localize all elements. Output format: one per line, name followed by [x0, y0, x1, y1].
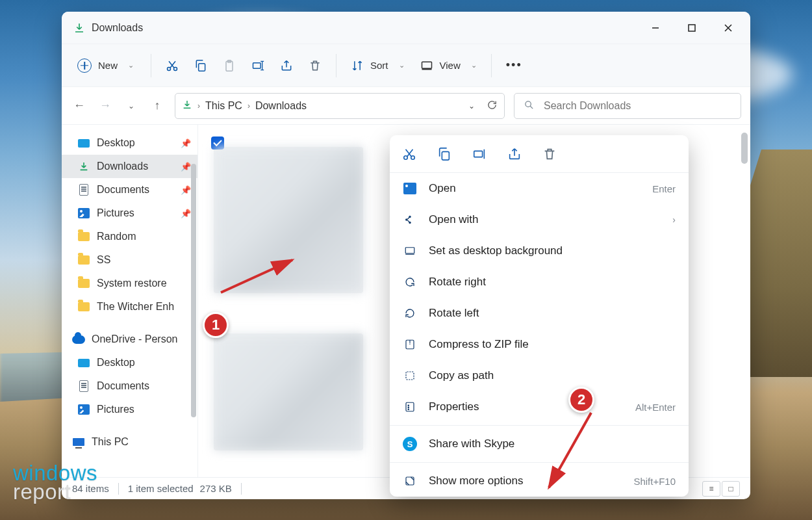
ctx-copy-path[interactable]: Copy as path — [390, 360, 689, 391]
svg-line-25 — [221, 260, 292, 292]
folder-icon — [78, 302, 90, 311]
sidebar-item-documents[interactable]: Documents📌 — [62, 178, 197, 202]
maximize-button[interactable] — [674, 12, 710, 44]
cut-icon[interactable] — [401, 146, 417, 162]
sort-label: Sort — [370, 60, 388, 71]
sidebar-item-label: Desktop — [97, 137, 135, 149]
status-selection: 1 item selected — [128, 483, 194, 494]
chevron-down-icon: ⌄ — [471, 61, 477, 70]
rotate-left-icon — [403, 306, 417, 320]
pictures-icon — [78, 208, 90, 218]
sidebar-item-label: Pictures — [97, 207, 134, 219]
ctx-rotate-left[interactable]: Rotate left — [390, 298, 689, 329]
image-icon — [403, 183, 416, 194]
paste-button[interactable] — [216, 53, 242, 79]
downloads-icon — [73, 22, 85, 34]
close-button[interactable] — [710, 12, 746, 44]
share-icon[interactable] — [507, 146, 522, 162]
breadcrumb-downloads[interactable]: Downloads — [255, 100, 307, 112]
file-thumbnail[interactable] — [214, 333, 363, 450]
recent-dropdown[interactable]: ⌄ — [123, 98, 140, 114]
content-scrollbar[interactable] — [741, 133, 748, 164]
downloads-icon — [182, 99, 192, 112]
svg-point-3 — [174, 67, 177, 70]
minimize-button[interactable] — [637, 12, 674, 44]
sidebar-item-label: The Witcher Enh — [97, 301, 174, 313]
pin-icon: 📌 — [181, 185, 191, 195]
sidebar-item-this-pc[interactable]: This PC — [62, 430, 197, 454]
sidebar-item-od-pictures[interactable]: Pictures — [62, 398, 197, 421]
sidebar-item-witcher[interactable]: The Witcher Enh — [62, 295, 197, 318]
svg-point-14 — [406, 219, 407, 220]
rotate-right-icon — [403, 275, 417, 289]
sidebar-item-onedrive[interactable]: OneDrive - Person — [62, 328, 197, 351]
address-dropdown[interactable]: ⌄ — [468, 101, 475, 110]
svg-rect-8 — [422, 62, 431, 68]
refresh-button[interactable] — [487, 99, 498, 112]
folder-icon — [78, 232, 90, 241]
sidebar-item-label: SS — [97, 254, 110, 266]
new-button[interactable]: New ⌄ — [68, 53, 143, 79]
ctx-rotate-right[interactable]: Rotate right — [390, 266, 689, 298]
copy-icon[interactable] — [437, 146, 452, 162]
ctx-open[interactable]: OpenEnter — [390, 173, 689, 204]
folder-icon — [78, 279, 90, 288]
back-button[interactable]: ← — [71, 98, 88, 114]
svg-point-9 — [526, 101, 531, 107]
rename-button[interactable] — [245, 53, 271, 79]
annotation-arrow-1 — [214, 254, 305, 299]
sidebar-item-od-documents[interactable]: Documents — [62, 374, 197, 398]
up-button[interactable]: ↑ — [149, 98, 166, 114]
document-icon — [79, 380, 88, 392]
ctx-open-with[interactable]: Open with› — [390, 204, 689, 235]
share-button[interactable] — [273, 53, 299, 79]
sidebar-item-od-desktop[interactable]: Desktop — [62, 351, 197, 374]
new-label: New — [98, 60, 118, 71]
sidebar-item-random[interactable]: Random — [62, 225, 197, 248]
thumbnails-view-button[interactable]: □ — [722, 481, 740, 497]
chevron-down-icon: ⌄ — [128, 61, 134, 70]
sidebar-item-desktop[interactable]: Desktop📌 — [62, 131, 197, 155]
svg-point-21 — [408, 405, 409, 406]
wallpaper-icon — [403, 244, 417, 258]
navigation-pane: Desktop📌 Downloads📌 Documents📌 Pictures📌… — [62, 125, 198, 477]
more-button[interactable]: ••• — [500, 53, 529, 79]
search-input[interactable] — [544, 100, 731, 112]
forward-button[interactable]: → — [97, 98, 114, 114]
sidebar-item-system-restore[interactable]: System restore — [62, 272, 197, 295]
delete-icon[interactable] — [542, 146, 557, 162]
ctx-set-bg[interactable]: Set as desktop background — [390, 235, 689, 266]
rename-icon[interactable] — [472, 146, 487, 162]
sort-button[interactable]: Sort ⌄ — [344, 53, 411, 79]
svg-rect-1 — [689, 25, 695, 31]
chevron-right-icon: › — [197, 101, 200, 110]
skype-icon: S — [403, 437, 417, 451]
search-icon — [524, 99, 535, 112]
svg-line-26 — [549, 413, 591, 488]
cut-button[interactable] — [159, 53, 185, 79]
ctx-compress[interactable]: Compress to ZIP file — [390, 329, 689, 360]
sidebar-item-label: Downloads — [97, 161, 148, 172]
titlebar[interactable]: Downloads — [62, 12, 750, 44]
more-options-icon — [403, 474, 417, 488]
desktop-icon — [78, 139, 90, 148]
sidebar-item-pictures[interactable]: Pictures📌 — [62, 202, 197, 225]
sidebar-item-downloads[interactable]: Downloads📌 — [62, 155, 197, 178]
view-button[interactable]: View ⌄ — [414, 53, 483, 79]
sidebar-scrollbar[interactable] — [191, 164, 196, 417]
search-box[interactable] — [514, 93, 741, 119]
svg-rect-20 — [406, 402, 414, 411]
breadcrumb-this-pc[interactable]: This PC — [205, 100, 242, 112]
svg-point-11 — [411, 155, 415, 159]
downloads-icon — [77, 160, 90, 173]
details-view-button[interactable]: ≡ — [702, 481, 720, 497]
open-with-icon — [403, 213, 417, 227]
sidebar-item-ss[interactable]: SS — [62, 248, 197, 272]
address-bar[interactable]: › This PC › Downloads ⌄ — [175, 93, 505, 119]
svg-rect-4 — [199, 63, 205, 71]
delete-button[interactable] — [302, 53, 328, 79]
copy-button[interactable] — [188, 53, 214, 79]
svg-point-2 — [168, 67, 171, 70]
annotation-badge-1: 1 — [203, 312, 229, 338]
sidebar-item-label: Random — [97, 231, 136, 242]
